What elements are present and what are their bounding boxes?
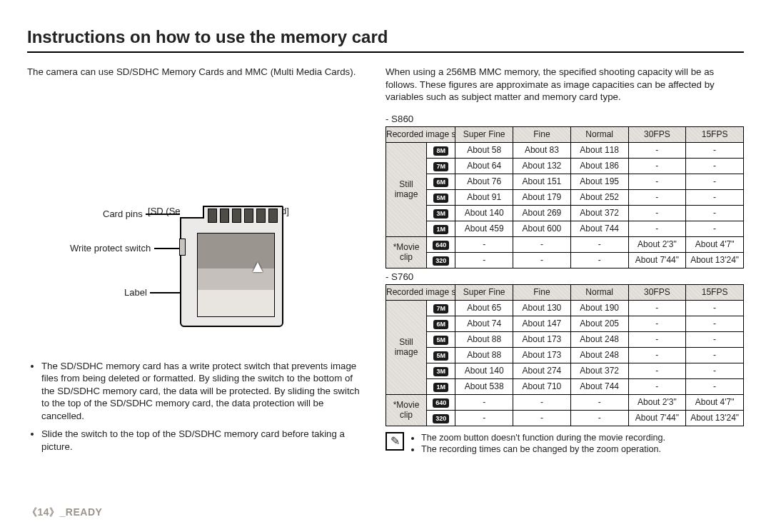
table-row: 5MAbout 88About 173About 248--	[386, 331, 744, 347]
data-cell: -	[628, 331, 686, 347]
data-cell: About 64	[455, 158, 513, 174]
data-cell: About 74	[455, 316, 513, 331]
capacity-table: Recorded image sizeSuper FineFineNormal3…	[386, 284, 744, 426]
table-row: 5MAbout 91About 179About 252--	[386, 189, 744, 205]
up-arrow-icon	[253, 262, 263, 272]
data-cell: About 83	[513, 142, 571, 158]
data-cell: About 274	[513, 363, 571, 378]
size-icon-cell: 6M	[426, 174, 455, 189]
data-cell: About 710	[513, 378, 571, 394]
size-icon-cell: 5M	[426, 347, 455, 363]
data-cell: -	[570, 236, 628, 252]
size-icon-cell: 5M	[426, 189, 455, 205]
table-row: Stillimage8MAbout 58About 83About 118--	[386, 142, 744, 158]
size-icon: 8M	[433, 146, 448, 156]
data-cell: About 7'44"	[628, 410, 686, 426]
data-cell: -	[686, 142, 744, 158]
th-f30: 30FPS	[628, 284, 686, 300]
th-f: Fine	[513, 284, 571, 300]
data-cell: About 58	[455, 142, 513, 158]
data-cell: About 459	[455, 221, 513, 236]
size-icon: 320	[433, 414, 449, 423]
data-cell: -	[628, 142, 686, 158]
data-cell: About 173	[513, 347, 571, 363]
data-cell: About 190	[570, 300, 628, 316]
bullet-item: The SD/SDHC memory card has a write prot…	[41, 360, 367, 423]
data-cell: About 151	[513, 174, 571, 189]
sd-label-area	[197, 233, 275, 317]
data-cell: About 205	[570, 316, 628, 331]
data-cell: About 147	[513, 316, 571, 331]
write-protect-switch-icon	[179, 239, 186, 256]
size-icon: 7M	[433, 162, 448, 171]
model-label: - S860	[386, 114, 744, 124]
data-cell: About 269	[513, 205, 571, 221]
data-cell: About 140	[455, 363, 513, 378]
page-title: Instructions on how to use the memory ca…	[27, 27, 744, 53]
table-row: 3MAbout 140About 274About 372--	[386, 363, 744, 378]
left-intro: The camera can use SD/SDHC Memory Cards …	[27, 66, 367, 79]
data-cell: About 600	[513, 221, 571, 236]
data-cell: -	[686, 300, 744, 316]
callout-card-pins: Card pins	[103, 209, 143, 219]
table-row: 6MAbout 76About 151About 195--	[386, 174, 744, 189]
left-bullets: The SD/SDHC memory card has a write prot…	[27, 360, 367, 453]
table-row: 6MAbout 74About 147About 205--	[386, 316, 744, 331]
right-intro: When using a 256MB MMC memory, the speci…	[386, 66, 744, 104]
note-item: The zoom button doesn't function during …	[421, 432, 665, 443]
data-cell: -	[628, 189, 686, 205]
data-cell: About 88	[455, 331, 513, 347]
size-icon-cell: 3M	[426, 363, 455, 378]
sd-card-diagram: Card pins Write protect switch Label [SD…	[27, 206, 367, 350]
data-cell: About 2'3"	[628, 394, 686, 410]
th-recorded-size: Recorded image size	[386, 126, 455, 142]
data-cell: About 91	[455, 189, 513, 205]
data-cell: About 248	[570, 347, 628, 363]
th-f15: 15FPS	[686, 126, 744, 142]
data-cell: -	[455, 410, 513, 426]
data-cell: About 130	[513, 300, 571, 316]
table-row: *Movieclip640---About 2'3"About 4'7"	[386, 394, 744, 410]
bullet-item: Slide the switch to the top of the SD/SD…	[41, 428, 367, 453]
size-icon: 1M	[433, 383, 448, 392]
th-sf: Super Fine	[455, 284, 513, 300]
left-column: The camera can use SD/SDHC Memory Cards …	[27, 66, 367, 458]
size-icon-cell: 8M	[426, 142, 455, 158]
data-cell: -	[686, 378, 744, 394]
callout-write-protect: Write protect switch	[70, 243, 151, 254]
size-icon: 1M	[433, 225, 448, 234]
data-cell: About 7'44"	[628, 252, 686, 268]
data-cell: About 4'7"	[686, 236, 744, 252]
table-row: 3MAbout 140About 269About 372--	[386, 205, 744, 221]
data-cell: -	[628, 158, 686, 174]
table-row: 1MAbout 538About 710About 744--	[386, 378, 744, 394]
table-row: 1MAbout 459About 600About 744--	[386, 221, 744, 236]
size-icon-cell: 6M	[426, 316, 455, 331]
data-cell: About 744	[570, 221, 628, 236]
size-icon: 5M	[433, 194, 448, 203]
data-cell: -	[628, 378, 686, 394]
data-cell: About 2'3"	[628, 236, 686, 252]
data-cell: -	[455, 236, 513, 252]
data-cell: About 372	[570, 205, 628, 221]
note-item: The recording times can be changed by th…	[421, 443, 665, 455]
size-icon-cell: 5M	[426, 331, 455, 347]
size-icon: 640	[433, 398, 449, 408]
data-cell: -	[455, 394, 513, 410]
data-cell: About 252	[570, 189, 628, 205]
size-icon-cell: 7M	[426, 158, 455, 174]
row-group: *Movieclip	[386, 236, 427, 268]
data-cell: -	[628, 347, 686, 363]
callout-text: Write protect switch	[70, 243, 151, 254]
data-cell: About 88	[455, 347, 513, 363]
size-icon-cell: 1M	[426, 221, 455, 236]
data-cell: -	[513, 252, 571, 268]
data-cell: About 13'24"	[686, 410, 744, 426]
size-icon-cell: 3M	[426, 205, 455, 221]
data-cell: -	[628, 205, 686, 221]
data-cell: About 76	[455, 174, 513, 189]
data-cell: About 118	[570, 142, 628, 158]
th-recorded-size: Recorded image size	[386, 284, 455, 300]
row-group: Stillimage	[386, 300, 427, 394]
size-icon-cell: 320	[426, 410, 455, 426]
